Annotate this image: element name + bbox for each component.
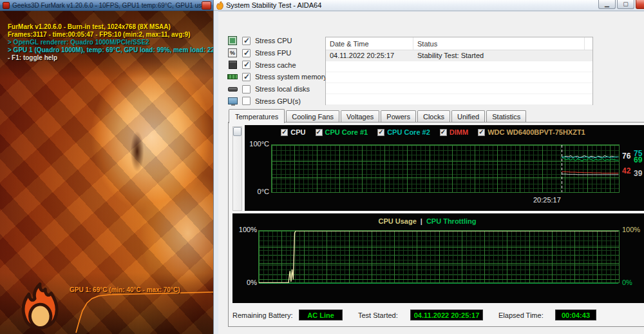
osd-line: - F1: toggle help [8, 54, 213, 62]
minimize-icon: ▁ [599, 1, 615, 7]
usage-title-separator: | [421, 217, 422, 225]
legend-item-wdc-disk[interactable]: WDC WD6400BPVT-75HXZT1 [478, 128, 585, 136]
column-header-datetime[interactable]: Date & Time [326, 37, 413, 50]
legend-item-cpu-core-1[interactable]: CPU Core #1 [316, 128, 368, 136]
tab-voltages[interactable]: Voltages [341, 110, 379, 123]
stress-option-cache[interactable]: Stress cache [227, 59, 327, 71]
tab-strip: Temperatures Cooling Fans Voltages Power… [229, 109, 527, 123]
legend-item-dimm[interactable]: DIMM [440, 128, 468, 136]
usage-axis-max-label: 100% [234, 226, 257, 233]
usage-chart-title: CPU Usage | CPU Throttling [232, 217, 622, 225]
throttling-right-min-label: 0% [622, 279, 632, 286]
stress-option-label: Stress cache [255, 61, 296, 69]
elapsed-time-text: 00:04:43 [562, 311, 590, 319]
gpu-monitor-icon [228, 97, 238, 104]
aida64-titlebar[interactable]: System Stability Test - AIDA64 [214, 0, 644, 11]
usage-right-max-label: 100% [622, 226, 640, 233]
legend-label: WDC WD6400BPVT-75HXZT1 [488, 128, 585, 136]
column-header-spacer [585, 37, 592, 50]
tab-statistics[interactable]: Statistics [486, 110, 526, 123]
stress-fpu-checkbox[interactable] [242, 49, 251, 57]
furmark-osd-text: FurMark v1.20.6.0 - Burn-in test, 1024x7… [8, 23, 213, 62]
battery-value-text: AC Line [307, 311, 334, 319]
stress-option-fpu[interactable]: Stress FPU [227, 47, 327, 59]
cpu-usage-chart-panel: CPU Usage | CPU Throttling 100% 0% 100% … [232, 213, 644, 303]
usage-title-cpu-throttling: CPU Throttling [426, 217, 477, 225]
aida64-window-title: System Stability Test - AIDA64 [226, 1, 321, 9]
tab-cooling-fans[interactable]: Cooling Fans [286, 110, 339, 123]
stress-option-cpu[interactable]: Stress CPU [227, 35, 327, 47]
elapsed-time-value: 00:04:43 [555, 309, 596, 320]
scrollbar-thumb[interactable] [233, 127, 242, 136]
temperature-series-lines [272, 145, 620, 193]
usage-axis-min-label: 0% [234, 279, 257, 286]
elapsed-time-label: Elapsed Time: [498, 311, 544, 319]
furmark-flame-logo [7, 279, 70, 334]
legend-checkbox[interactable] [377, 129, 384, 136]
temp-axis-min-label: 0°C [246, 188, 269, 195]
legend-item-cpu-core-2[interactable]: CPU Core #2 [377, 128, 430, 136]
log-empty-row [326, 94, 592, 105]
osd-line: > GPU 1 (Quadro 1000M), temp: 69°C, GPU … [8, 46, 213, 54]
stress-option-label: Stress FPU [255, 49, 291, 57]
stress-option-memory[interactable]: Stress system memory [227, 71, 327, 83]
stress-cpu-checkbox[interactable] [242, 37, 251, 45]
legend-checkbox[interactable] [478, 129, 485, 136]
furmark-window: Geeks3D FurMark v1.20.6.0 - 10FPS, GPU1 … [0, 0, 213, 334]
cache-chip-icon [229, 61, 237, 69]
temp-axis-max-label: 100°C [246, 140, 269, 148]
stress-memory-checkbox[interactable] [242, 73, 251, 81]
temperature-plot [271, 144, 620, 193]
remaining-battery-value: AC Line [299, 309, 343, 320]
minimize-button[interactable]: ▁ [598, 0, 616, 9]
furmark-close-button[interactable] [202, 1, 211, 10]
chart-scrollbar[interactable] [232, 126, 242, 211]
legend-label: CPU Core #2 [387, 128, 430, 136]
log-table-row[interactable]: 04.11.2022 20:25:17 Stability Test: Star… [326, 50, 592, 61]
legend-checkbox[interactable] [440, 129, 447, 136]
temp-value-cpu-core-1: 69 [634, 155, 642, 164]
log-empty-row [326, 61, 592, 72]
furmark-app-icon [3, 2, 10, 9]
desktop: Geeks3D FurMark v1.20.6.0 - 10FPS, GPU1 … [0, 0, 644, 334]
legend-checkbox[interactable] [316, 129, 323, 136]
close-button[interactable] [636, 0, 644, 9]
osd-line: FurMark v1.20.6.0 - Burn-in test, 1024x7… [8, 23, 213, 31]
hard-disk-icon [228, 87, 238, 92]
gpu-temp-caption: GPU 1: 69°C (min: 40°C - max: 70°C) [70, 286, 180, 293]
legend-checkbox[interactable] [281, 129, 288, 136]
cpu-icon [228, 36, 237, 45]
maximize-button[interactable]: ▢ [617, 0, 634, 9]
maximize-icon: ▢ [618, 1, 634, 7]
legend-item-cpu[interactable]: CPU [281, 128, 305, 136]
aida64-window: System Stability Test - AIDA64 ▁ ▢ Stres… [213, 0, 644, 334]
stress-option-gpu[interactable]: Stress GPU(s) [227, 95, 327, 107]
legend-label: DIMM [450, 128, 468, 136]
stress-option-disks[interactable]: Stress local disks [227, 83, 327, 95]
aida64-flame-icon [216, 1, 223, 10]
tab-clocks[interactable]: Clocks [417, 110, 450, 123]
furmark-window-title: Geeks3D FurMark v1.20.6.0 - 10FPS, GPU1 … [12, 2, 211, 9]
log-datetime-cell: 04.11.2022 20:25:17 [326, 52, 413, 59]
log-empty-row [326, 72, 592, 83]
stress-option-label: Stress local disks [255, 85, 310, 93]
tab-unified[interactable]: Unified [451, 110, 485, 123]
stress-disks-checkbox[interactable] [242, 85, 251, 93]
stress-cache-checkbox[interactable] [242, 61, 251, 69]
aida64-client-area: Stress CPU Stress FPU Stress cache Stres… [218, 11, 644, 334]
osd-line: Frames:3117 - time:00:05:47 - FPS:10 (mi… [8, 31, 213, 39]
test-start-time-label: 20:25:17 [533, 196, 561, 204]
tab-temperatures[interactable]: Temperatures [229, 109, 285, 123]
furmark-titlebar[interactable]: Geeks3D FurMark v1.20.6.0 - 10FPS, GPU1 … [0, 0, 213, 11]
temperatures-tab-page: CPU CPU Core #1 CPU Core #2 DIMM [228, 122, 644, 327]
temp-value-cpu: 76 [622, 152, 630, 161]
furmark-render-view: FurMark v1.20.6.0 - Burn-in test, 1024x7… [0, 11, 213, 334]
column-header-status[interactable]: Status [413, 37, 585, 50]
legend-label: CPU [290, 128, 305, 136]
tab-powers[interactable]: Powers [381, 110, 416, 123]
legend-label: CPU Core #1 [325, 128, 368, 136]
stress-option-label: Stress system memory [255, 73, 327, 81]
stress-gpu-checkbox[interactable] [242, 97, 251, 105]
cpu-usage-series-lines [259, 231, 620, 284]
test-start-marker [562, 145, 562, 192]
